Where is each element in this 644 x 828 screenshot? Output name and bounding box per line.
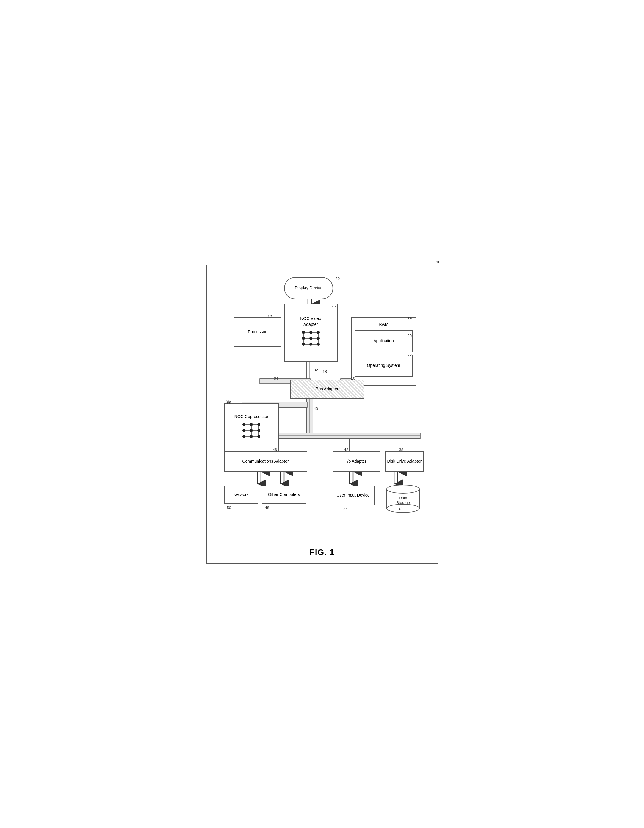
network-block: Network — [224, 486, 258, 503]
ref-processor: 12 — [268, 314, 272, 319]
ram-label: RAM — [355, 321, 413, 327]
application-label: Application — [373, 338, 394, 344]
svg-point-67 — [257, 429, 260, 432]
user-input-device-block: User Input Device — [331, 486, 375, 505]
noc-video-grid — [301, 330, 320, 350]
svg-rect-71 — [387, 489, 419, 508]
svg-point-55 — [317, 343, 320, 346]
svg-text:Data: Data — [399, 496, 407, 500]
operating-system-label: Operating System — [367, 363, 400, 369]
ref-32: 32 — [314, 368, 318, 372]
outer-box: 10 — [206, 265, 438, 564]
communications-adapter-label: Communications Adapter — [242, 458, 289, 464]
bus-adapter-label: Bus Adapter — [316, 386, 338, 392]
svg-text:Storage: Storage — [396, 500, 410, 505]
svg-rect-18 — [306, 396, 313, 435]
svg-point-49 — [317, 331, 320, 334]
ref-bus-adapter: 18 — [323, 369, 327, 374]
ref-noc-video-adapter: 26 — [331, 304, 336, 308]
display-device-block: Display Device — [284, 277, 333, 300]
other-computers-label: Other Computers — [268, 492, 300, 498]
page-container: 10 — [206, 265, 438, 564]
data-storage-block: Data Storage — [385, 484, 421, 512]
svg-point-66 — [250, 429, 253, 432]
ref-36: 36 — [226, 399, 231, 403]
noc-video-adapter-block: NOC VideoAdapter — [284, 304, 338, 362]
svg-point-48 — [309, 331, 313, 334]
communications-adapter-block: Communications Adapter — [224, 451, 307, 472]
ref-data-storage: 24 — [399, 506, 403, 510]
svg-point-53 — [302, 343, 305, 346]
svg-point-50 — [302, 337, 305, 340]
ref-16: 16 — [351, 376, 355, 381]
ref-io-adapter: 42 — [344, 447, 348, 452]
svg-point-68 — [242, 435, 245, 438]
ref-display-device: 30 — [336, 276, 340, 281]
ref-ram: 14 — [407, 316, 412, 320]
svg-point-72 — [387, 485, 419, 493]
ref-34: 34 — [274, 376, 278, 381]
svg-rect-74 — [387, 489, 419, 508]
svg-point-51 — [309, 337, 313, 340]
noc-coprocessor-grid — [242, 422, 261, 442]
ref-10: 10 — [436, 260, 440, 264]
ref-network: 50 — [227, 505, 231, 510]
svg-point-54 — [309, 343, 313, 346]
io-adapter-label: I/o Adapter — [346, 458, 366, 464]
svg-point-52 — [317, 337, 320, 340]
application-block: Application — [355, 330, 413, 352]
operating-system-block: Operating System — [355, 355, 413, 377]
svg-point-47 — [302, 331, 305, 334]
svg-point-69 — [250, 435, 253, 438]
noc-coprocessor-label: NOC Coprocessor — [234, 414, 268, 420]
noc-coprocessor-grid-svg — [242, 422, 261, 442]
ref-comm-adapter: 46 — [273, 447, 277, 452]
svg-point-64 — [257, 423, 260, 426]
svg-point-63 — [250, 423, 253, 426]
diagram: Display Device 30 Processor 12 NOC Video… — [216, 274, 429, 542]
io-adapter-block: I/o Adapter — [333, 451, 380, 472]
processor-block: Processor — [234, 317, 281, 347]
ref-40: 40 — [314, 406, 318, 411]
data-storage-svg: Data Storage — [385, 484, 421, 512]
processor-label: Processor — [248, 329, 267, 335]
ref-other-computers: 48 — [265, 505, 269, 510]
ref-os: 22 — [407, 353, 412, 358]
svg-point-70 — [257, 435, 260, 438]
ref-disk-drive: 38 — [399, 447, 404, 452]
user-input-device-label: User Input Device — [336, 492, 369, 498]
bus-adapter-block: Bus Adapter — [290, 380, 364, 399]
svg-point-73 — [387, 504, 419, 513]
ram-block: RAM Application Operating System — [351, 317, 416, 386]
disk-drive-adapter-label: Disk Drive Adapter — [387, 458, 422, 464]
disk-drive-adapter-block: Disk Drive Adapter — [385, 451, 424, 472]
figure-label: FIG. 1 — [216, 547, 429, 557]
noc-coprocessor-block: NOC Coprocessor — [224, 403, 279, 453]
display-device-label: Display Device — [295, 285, 322, 291]
ref-application: 20 — [407, 334, 412, 338]
noc-video-grid-svg — [301, 330, 320, 350]
other-computers-block: Other Computers — [262, 486, 306, 503]
svg-point-62 — [242, 423, 245, 426]
network-label: Network — [233, 492, 248, 498]
svg-point-65 — [242, 429, 245, 432]
ref-user-input: 44 — [344, 507, 348, 511]
